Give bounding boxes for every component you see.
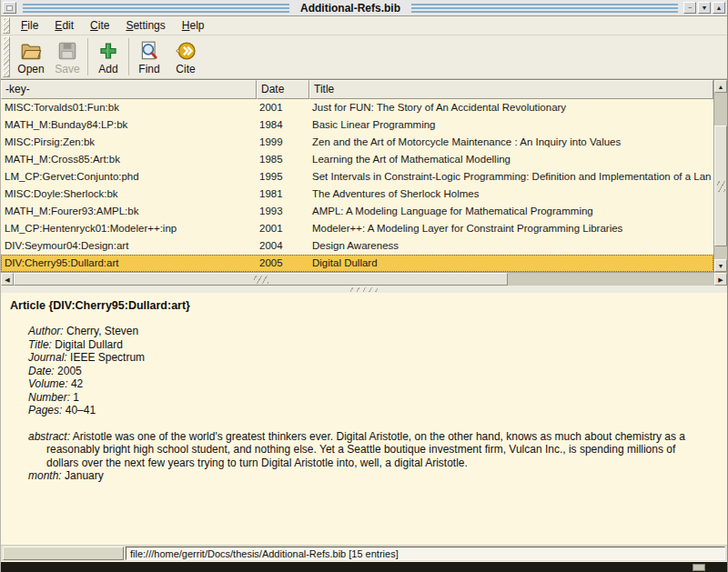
table-row[interactable]: MATH_M:Fourer93:AMPL:bk1993AMPL: A Model…: [1, 203, 713, 220]
menubar-grip-handle[interactable]: [3, 17, 10, 34]
window-title: Additional-Refs.bib: [293, 2, 408, 15]
toolbar-separator: [128, 38, 129, 75]
menu-help[interactable]: Help: [174, 17, 213, 34]
toolbar-separator: [87, 38, 88, 75]
cite-button[interactable]: Cite: [167, 35, 204, 78]
find-magnifier-icon: [138, 40, 160, 62]
add-plus-icon: [97, 40, 119, 62]
menu-edit[interactable]: Edit: [46, 17, 82, 34]
window-bottom-edge: [1, 561, 727, 572]
field-date: Date: 2005: [28, 365, 718, 378]
table-row[interactable]: LM_CP:Gervet:Conjunto:phd1995Set Interva…: [1, 168, 713, 186]
entry-heading: Article {DIV:Cherry95:Dullard:art}: [10, 299, 718, 312]
vertical-scroll-track[interactable]: [714, 93, 727, 259]
vertical-scroll-thumb[interactable]: [714, 125, 727, 246]
field-journal: Journal: IEEE Spectrum: [28, 351, 718, 365]
titlebar[interactable]: Additional-Refs.bib − ▼ ▲: [1, 0, 727, 16]
toolbar-grip-handle[interactable]: [3, 36, 10, 77]
table-row[interactable]: LM_CP:Hentenryck01:Modeler++:inp2001Mode…: [1, 220, 713, 237]
scroll-up-button[interactable]: ▲: [714, 80, 727, 93]
statusbar: file:///home/gerrit/Docs/thesis/Addition…: [1, 545, 727, 561]
scroll-left-button[interactable]: ◀: [1, 273, 14, 286]
menu-cite[interactable]: Cite: [82, 17, 117, 34]
field-month: month: January: [28, 469, 718, 483]
statusbar-progress-box: [3, 547, 124, 560]
column-header-title[interactable]: Title: [309, 80, 713, 99]
reference-list: -key- Date Title MISC:Torvalds01:Fun:bk2…: [1, 79, 727, 272]
splitter-grip-icon: [350, 287, 378, 292]
menubar: File Edit Cite Settings Help: [1, 16, 727, 35]
app-window: Additional-Refs.bib − ▼ ▲ File Edit Cite…: [0, 0, 728, 572]
table-row-selected[interactable]: DIV:Cherry95:Dullard:art2005Digital Dull…: [1, 255, 713, 272]
field-pages: Pages: 40–41: [28, 404, 718, 417]
save-floppy-icon: [56, 40, 78, 62]
scroll-thumb-grip-icon: [254, 276, 268, 284]
maximize-button[interactable]: ▼: [698, 2, 711, 14]
open-folder-icon: [20, 40, 42, 62]
table-row[interactable]: MISC:Doyle:Sherlock:bk1981The Adventures…: [1, 186, 713, 203]
table-row[interactable]: MISC:Torvalds01:Fun:bk2001Just for FUN: …: [1, 99, 713, 116]
statusbar-file-uri: file:///home/gerrit/Docs/thesis/Addition…: [126, 547, 725, 560]
toolbar: Open Save Add: [1, 35, 727, 79]
field-author: Author: Cherry, Steven: [28, 325, 718, 338]
scroll-thumb-grip-icon: [717, 181, 725, 192]
find-button-label: Find: [138, 63, 159, 75]
horizontal-scroll-thumb[interactable]: [14, 273, 508, 286]
window-menu-button[interactable]: [3, 2, 16, 14]
table-row[interactable]: DIV:Seymour04:Design:art2004Design Aware…: [1, 237, 713, 255]
scroll-down-button[interactable]: ▼: [714, 259, 727, 272]
table-row[interactable]: MISC:Pirsig:Zen:bk1999Zen and the Art of…: [1, 134, 713, 151]
add-button[interactable]: Add: [90, 35, 126, 78]
field-title: Title: Digital Dullard: [28, 338, 718, 352]
menu-file[interactable]: File: [13, 17, 46, 34]
open-button-label: Open: [17, 63, 44, 75]
titlebar-stripes-left: [23, 3, 289, 14]
titlebar-stripes-right: [411, 3, 678, 14]
save-button-label: Save: [55, 63, 79, 75]
window-menu-icon: [6, 5, 13, 11]
scroll-right-button[interactable]: ▶: [714, 273, 727, 286]
vertical-scrollbar[interactable]: ▲ ▼: [713, 80, 727, 272]
column-header-date[interactable]: Date: [257, 80, 309, 99]
minimize-button[interactable]: −: [683, 2, 696, 14]
list-body: MISC:Torvalds01:Fun:bk2001Just for FUN: …: [1, 99, 713, 272]
resize-handle[interactable]: [693, 564, 705, 571]
add-button-label: Add: [98, 63, 117, 75]
horizontal-scrollbar[interactable]: ◀ ▶: [1, 272, 727, 286]
list-header: -key- Date Title: [1, 80, 713, 99]
menu-settings[interactable]: Settings: [117, 17, 173, 34]
shade-button[interactable]: ▲: [713, 2, 725, 14]
field-volume: Volume: 42: [28, 377, 718, 391]
cite-icon: [175, 40, 197, 62]
field-abstract: abstract: Aristotle was one of the world…: [28, 430, 703, 470]
column-header-key[interactable]: -key-: [1, 80, 257, 99]
open-button[interactable]: Open: [13, 35, 49, 78]
field-number: Number: 1: [28, 391, 718, 405]
table-row[interactable]: MATH_M:Cross85:Art:bk1985Learning the Ar…: [1, 151, 713, 168]
table-row[interactable]: MATH_M:Bunday84:LP:bk1984Basic Linear Pr…: [1, 116, 713, 134]
pane-splitter[interactable]: [1, 286, 727, 293]
entry-detail-pane: Article {DIV:Cherry95:Dullard:art} Autho…: [1, 293, 727, 545]
save-button[interactable]: Save: [49, 35, 86, 78]
horizontal-scroll-track[interactable]: [14, 273, 714, 286]
cite-button-label: Cite: [176, 63, 195, 75]
find-button[interactable]: Find: [131, 35, 167, 78]
